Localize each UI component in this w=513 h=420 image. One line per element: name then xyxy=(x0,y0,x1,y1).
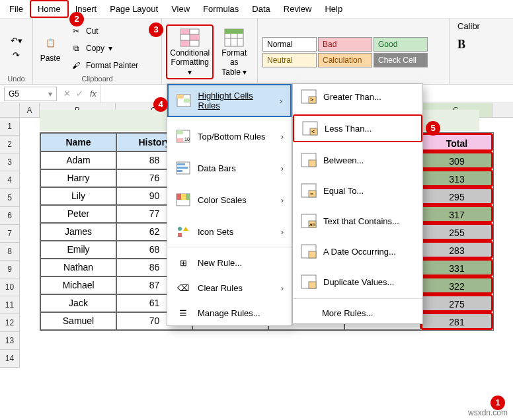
svg-marker-28 xyxy=(183,227,188,231)
row-10[interactable]: 10 xyxy=(0,278,20,296)
cell-total[interactable]: 275 xyxy=(420,294,493,312)
cf-new-rule[interactable]: ⊞New Rule... xyxy=(167,250,292,275)
row-13[interactable]: 13 xyxy=(0,332,20,350)
row-8[interactable]: 8 xyxy=(0,243,20,261)
cf-menu: Highlight Cells Rules › 10 Top/Bottom Ru… xyxy=(167,83,292,326)
text-contains-icon: ab xyxy=(301,214,317,228)
rule-equal-to[interactable]: = Equal To... xyxy=(293,178,422,203)
row-1[interactable]: 1 xyxy=(0,118,20,136)
row-11[interactable]: 11 xyxy=(0,296,20,314)
duplicate-values-icon xyxy=(301,274,317,289)
cell-name[interactable]: Adam xyxy=(40,151,116,169)
rule-date-occurring[interactable]: A Date Occurring... xyxy=(293,239,422,264)
row-14[interactable]: 14 xyxy=(0,350,20,368)
row-4[interactable]: 4 xyxy=(0,171,20,189)
menu-review[interactable]: Review xyxy=(277,1,319,17)
style-normal[interactable]: Normal xyxy=(262,37,317,52)
menu-data[interactable]: Data xyxy=(245,1,276,17)
undo-icon[interactable]: ↶▾ xyxy=(11,35,22,47)
cell-total[interactable]: 295 xyxy=(420,187,493,205)
data-bars-icon xyxy=(175,161,191,175)
row-9[interactable]: 9 xyxy=(0,261,20,278)
menu-formulas[interactable]: Formulas xyxy=(196,1,245,17)
style-good[interactable]: Good xyxy=(374,37,428,52)
menu-help[interactable]: Help xyxy=(318,1,349,17)
cf-icon-sets[interactable]: Icon Sets› xyxy=(167,219,292,244)
row-6[interactable]: 6 xyxy=(0,207,20,225)
manage-rules-icon: ☰ xyxy=(175,306,191,320)
cell-total[interactable]: 331 xyxy=(420,259,493,276)
between-icon xyxy=(301,153,317,167)
row-3[interactable]: 3 xyxy=(0,153,20,171)
rule-duplicate-values[interactable]: Duplicate Values... xyxy=(293,269,422,294)
name-box[interactable]: G5▾ xyxy=(4,87,57,101)
select-all-corner[interactable] xyxy=(0,103,20,117)
svg-rect-37 xyxy=(309,160,316,167)
fx-icon[interactable]: fx xyxy=(90,89,97,99)
enter-icon[interactable]: ✓ xyxy=(76,89,83,99)
row-5[interactable]: 5 xyxy=(0,189,20,207)
cell-name[interactable]: Emily xyxy=(40,241,116,259)
brush-icon: 🖌 xyxy=(70,60,82,71)
format-painter-button[interactable]: 🖌Format Painter xyxy=(67,58,141,73)
rule-text-contains[interactable]: ab Text that Contains... xyxy=(293,208,422,233)
row-12[interactable]: 12 xyxy=(0,314,20,332)
bold-button[interactable]: B xyxy=(457,38,465,52)
cf-highlight-cells-rules[interactable]: Highlight Cells Rules › xyxy=(167,84,292,117)
cell-name[interactable]: Lily xyxy=(40,187,116,205)
menu-pagelayout[interactable]: Page Layout xyxy=(103,1,165,17)
cell-total[interactable]: 281 xyxy=(420,312,493,330)
cell-total[interactable]: 313 xyxy=(420,169,493,187)
th-name: Name xyxy=(40,133,116,151)
col-A[interactable]: A xyxy=(20,103,40,117)
group-undo-label: Undo xyxy=(4,75,28,83)
menu-file[interactable]: File xyxy=(3,1,30,17)
copy-button[interactable]: ⧉Copy ▾ xyxy=(67,41,141,56)
paste-button[interactable]: 📋 Paste xyxy=(37,31,63,64)
cell-total[interactable]: 322 xyxy=(420,276,493,294)
style-calculation[interactable]: Calculation xyxy=(318,53,372,67)
callout-1: 1 xyxy=(491,396,505,410)
cf-top-bottom-rules[interactable]: 10 Top/Bottom Rules› xyxy=(167,124,292,149)
conditional-formatting-icon xyxy=(179,27,200,48)
cell-name[interactable]: Jack xyxy=(40,294,116,312)
cell-name[interactable]: Peter xyxy=(40,205,116,223)
cf-data-bars[interactable]: Data Bars› xyxy=(167,155,292,181)
paste-icon: 📋 xyxy=(40,32,61,54)
cell-name[interactable]: Nathan xyxy=(40,259,116,276)
spreadsheet-grid[interactable]: A B C D E F G 1234567891011121314 Filt N… xyxy=(0,103,513,368)
cell-total[interactable]: 255 xyxy=(420,223,493,241)
style-check-cell[interactable]: Check Cell xyxy=(374,53,428,67)
rule-less-than[interactable]: < Less Than... xyxy=(293,114,422,142)
row-2[interactable]: 2 xyxy=(0,136,20,153)
equal-to-icon: = xyxy=(301,183,317,198)
chevron-right-icon: › xyxy=(280,96,282,106)
cf-color-scales[interactable]: Color Scales› xyxy=(167,187,292,212)
cf-manage-rules[interactable]: ☰Manage Rules... xyxy=(167,300,292,325)
cell-total[interactable]: 283 xyxy=(420,241,493,259)
cell-name[interactable]: Samuel xyxy=(40,312,116,330)
format-as-table-button[interactable]: Format as Table ▾ xyxy=(215,26,253,78)
menu-home[interactable]: Home xyxy=(30,0,69,18)
svg-point-27 xyxy=(178,227,182,231)
rule-more-rules[interactable]: More Rules... xyxy=(293,303,422,323)
cell-name[interactable]: Harry xyxy=(40,169,116,187)
svg-rect-26 xyxy=(186,194,190,200)
row-7[interactable]: 7 xyxy=(0,225,20,243)
rule-greater-than[interactable]: > Greater Than... xyxy=(293,84,422,109)
cell-total[interactable]: 317 xyxy=(420,205,493,223)
style-bad[interactable]: Bad xyxy=(318,37,372,52)
conditional-formatting-button[interactable]: Conditional Formatting ▾ xyxy=(167,26,212,78)
cell-total[interactable]: 309 xyxy=(420,151,493,169)
cf-clear-rules[interactable]: ⌫Clear Rules› xyxy=(167,275,292,300)
clear-rules-icon: ⌫ xyxy=(175,280,191,295)
svg-text:10: 10 xyxy=(184,137,190,142)
redo-icon[interactable]: ↷ xyxy=(11,50,22,62)
cell-name[interactable]: Michael xyxy=(40,276,116,294)
menu-view[interactable]: View xyxy=(165,1,196,17)
style-neutral[interactable]: Neutral xyxy=(262,53,317,67)
font-name[interactable]: Calibr xyxy=(457,21,480,31)
cell-name[interactable]: James xyxy=(40,223,116,241)
rule-between[interactable]: Between... xyxy=(293,147,422,173)
cancel-icon[interactable]: ✕ xyxy=(63,89,71,99)
